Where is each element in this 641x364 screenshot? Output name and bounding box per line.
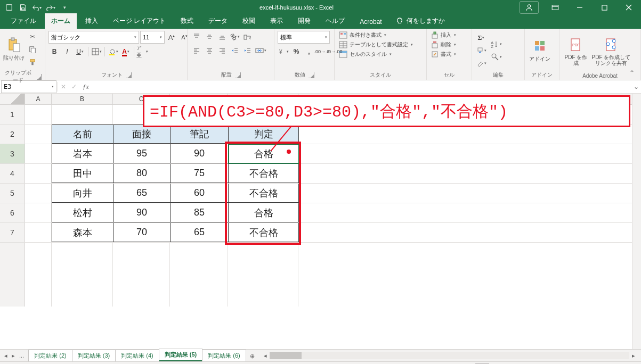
- wrap-text-button[interactable]: [242, 31, 254, 43]
- number-launcher[interactable]: [309, 72, 314, 78]
- pdf-share-button[interactable]: PDF を作成してリンクを共有: [591, 34, 631, 70]
- cell-B3[interactable]: 岩本: [52, 144, 113, 163]
- collapse-ribbon-button[interactable]: ⌃: [629, 69, 638, 78]
- clear-button[interactable]: ▾: [475, 57, 487, 69]
- conditional-formatting-button[interactable]: 条件付き書式▾: [338, 31, 387, 39]
- cell-C3[interactable]: 95: [113, 144, 171, 163]
- cell-A7[interactable]: [25, 223, 52, 242]
- sheet-nav-first[interactable]: ◂: [3, 352, 9, 359]
- cell-B2[interactable]: 名前: [52, 125, 113, 144]
- sheet-tab-2[interactable]: 判定結果 (3): [72, 350, 116, 361]
- hscroll-thumb[interactable]: [270, 352, 302, 359]
- cell-empty[interactable]: [298, 243, 641, 307]
- sheet-tab-5[interactable]: 判定結果 (6): [202, 350, 246, 361]
- expand-formula-bar-button[interactable]: ⌄: [631, 83, 641, 90]
- enter-formula-button[interactable]: ✓: [69, 83, 79, 90]
- cancel-formula-button[interactable]: ✕: [58, 83, 69, 90]
- cell-rest-4[interactable]: [299, 164, 641, 183]
- cell-empty[interactable]: [170, 243, 228, 307]
- cell-styles-button[interactable]: セルのスタイル▾: [338, 50, 393, 59]
- font-size-combo[interactable]: 11▾: [140, 31, 165, 44]
- format-as-table-button[interactable]: テーブルとして書式設定▾: [338, 40, 414, 49]
- cell-C2[interactable]: 面接: [113, 125, 171, 144]
- percent-style-button[interactable]: %: [290, 46, 302, 57]
- cell-C7[interactable]: 70: [113, 223, 171, 242]
- cell-B4[interactable]: 田中: [52, 164, 113, 183]
- cell-E7[interactable]: 不合格: [229, 223, 299, 242]
- close-button[interactable]: [616, 0, 641, 15]
- cell-rest-3[interactable]: [299, 144, 641, 163]
- row-header-1[interactable]: 1: [0, 105, 25, 124]
- qat-customize-button[interactable]: ▾: [58, 0, 71, 15]
- increase-indent-button[interactable]: [242, 45, 254, 56]
- sort-filter-button[interactable]: AZ▾: [488, 38, 504, 50]
- cell-empty[interactable]: [25, 243, 52, 307]
- pdf-create-button[interactable]: PDF PDF を作成: [563, 34, 589, 70]
- merge-center-button[interactable]: ▾: [255, 45, 266, 56]
- sheet-tab-3[interactable]: 判定結果 (4): [115, 350, 159, 361]
- format-painter-button[interactable]: [27, 56, 38, 68]
- select-all-button[interactable]: [0, 94, 25, 104]
- cell-empty[interactable]: [228, 243, 298, 307]
- copy-button[interactable]: [27, 44, 38, 55]
- new-sheet-button[interactable]: ⊕: [246, 351, 259, 361]
- align-top-button[interactable]: [191, 31, 202, 43]
- cell-D3[interactable]: 90: [171, 144, 229, 163]
- hscroll-left[interactable]: ◂: [261, 352, 270, 359]
- row-header-3[interactable]: 3: [0, 144, 25, 163]
- align-bottom-button[interactable]: [216, 31, 228, 43]
- col-header-B[interactable]: B: [52, 94, 113, 104]
- find-select-button[interactable]: ▾: [488, 51, 504, 63]
- cell-A1[interactable]: [25, 105, 52, 124]
- vertical-scrollbar[interactable]: [632, 94, 641, 349]
- align-right-button[interactable]: [216, 45, 228, 56]
- alignment-launcher[interactable]: [235, 72, 241, 78]
- tab-data[interactable]: データ: [202, 13, 234, 29]
- account-button[interactable]: [520, 1, 539, 14]
- minimize-button[interactable]: [567, 0, 592, 15]
- addins-button[interactable]: アドイン: [528, 32, 551, 69]
- cells-insert-button[interactable]: 挿入▾: [430, 31, 457, 39]
- cell-D6[interactable]: 85: [171, 203, 229, 222]
- align-middle-button[interactable]: [204, 31, 215, 43]
- align-center-button[interactable]: [204, 45, 215, 56]
- tab-view[interactable]: 表示: [264, 13, 289, 29]
- autosave-toggle[interactable]: [2, 0, 16, 15]
- horizontal-scrollbar[interactable]: ◂ ▸: [270, 352, 629, 359]
- fill-color-button[interactable]: ▾: [107, 46, 119, 57]
- cell-A5[interactable]: [25, 184, 52, 203]
- tell-me-search[interactable]: 何をしますか: [391, 13, 450, 29]
- cell-rest-6[interactable]: [299, 203, 641, 222]
- cell-C5[interactable]: 65: [113, 184, 171, 203]
- sheet-tab-4[interactable]: 判定結果 (5): [159, 349, 203, 361]
- cell-D2[interactable]: 筆記: [171, 125, 229, 144]
- sheet-nav-last[interactable]: ▸: [11, 352, 16, 359]
- cell-B6[interactable]: 松村: [52, 203, 113, 222]
- cell-B7[interactable]: 森本: [52, 223, 113, 242]
- tab-acrobat[interactable]: Acrobat: [353, 15, 388, 29]
- cell-empty[interactable]: [113, 243, 170, 307]
- clipboard-launcher[interactable]: [37, 74, 42, 80]
- row-header-2[interactable]: 2: [0, 125, 25, 144]
- autosum-button[interactable]: Σ▾: [475, 32, 487, 44]
- underline-button[interactable]: U▾: [74, 46, 86, 57]
- accounting-format-button[interactable]: ¥▾: [278, 46, 289, 57]
- cell-D4[interactable]: 75: [171, 164, 229, 183]
- tab-insert[interactable]: 挿入: [79, 13, 104, 29]
- cell-E5[interactable]: 不合格: [229, 184, 299, 203]
- comma-style-button[interactable]: ,: [303, 46, 315, 57]
- orientation-button[interactable]: ab▾: [229, 31, 241, 43]
- cell-A4[interactable]: [25, 164, 52, 183]
- cell-E6[interactable]: 合格: [229, 203, 299, 222]
- tab-review[interactable]: 校閲: [236, 13, 262, 29]
- cell-A3[interactable]: [25, 144, 52, 163]
- decrease-font-button[interactable]: A▾: [178, 31, 190, 43]
- cell-B1[interactable]: [52, 105, 113, 124]
- cells-format-button[interactable]: 書式▾: [430, 50, 457, 59]
- formula-input[interactable]: [92, 80, 631, 93]
- bold-button[interactable]: B: [48, 46, 60, 57]
- tab-home[interactable]: ホーム: [45, 13, 77, 29]
- cells-delete-button[interactable]: 削除▾: [430, 40, 457, 49]
- cut-button[interactable]: ✂: [27, 31, 38, 43]
- insert-function-button[interactable]: ƒx: [79, 83, 92, 91]
